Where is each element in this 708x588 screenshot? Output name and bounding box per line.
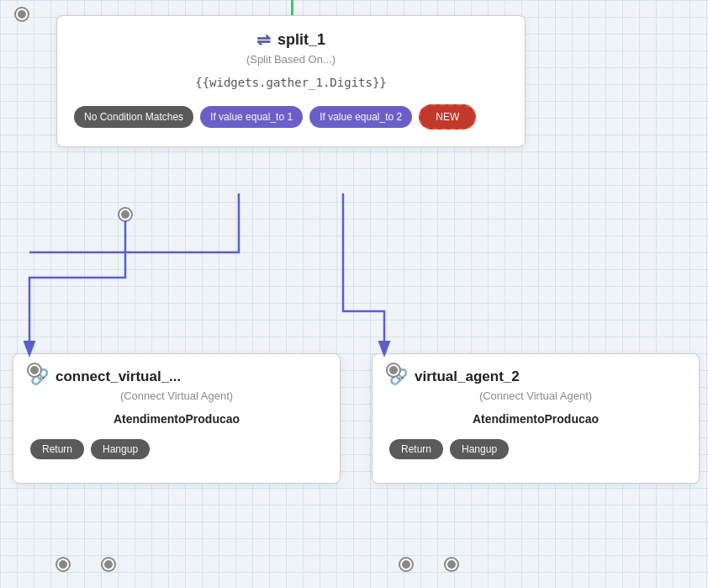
- agent-left-name: AtendimentoProducao: [30, 412, 323, 426]
- agent-left-hangup-btn[interactable]: Hangup: [91, 439, 150, 459]
- agent-right-return-dot: [400, 559, 412, 570]
- branch-equal-1[interactable]: If value equal_to 1: [200, 106, 303, 128]
- agent-left-return-dot: [57, 559, 69, 570]
- agent-right-buttons: Return Hangup: [389, 439, 682, 459]
- branch-equal-2[interactable]: If value equal_to 2: [309, 106, 412, 128]
- agent-left-return-btn[interactable]: Return: [30, 439, 84, 459]
- split-title-row: ⇌ split_1: [74, 29, 508, 50]
- agent-left-buttons: Return Hangup: [30, 439, 323, 459]
- branch-new[interactable]: NEW: [419, 104, 476, 130]
- agent-left-title: connect_virtual_...: [55, 368, 181, 385]
- branch-no-condition[interactable]: No Condition Matches: [74, 106, 193, 128]
- agent-right-hangup-dot: [446, 559, 457, 570]
- split-title: split_1: [277, 31, 325, 49]
- arrow-equal-to-2: [343, 193, 384, 353]
- agent-right-name: AtendimentoProducao: [389, 412, 682, 426]
- split-subtitle: (Split Based On...): [74, 53, 508, 66]
- agent-right-subtitle: (Connect Virtual Agent): [389, 389, 682, 402]
- agent-card-left: 🔗 connect_virtual_... (Connect Virtual A…: [13, 353, 341, 484]
- flow-canvas: ⇌ split_1 (Split Based On...) {{widgets.…: [0, 0, 708, 588]
- arrow-no-condition: [29, 220, 125, 353]
- arrow-equal-to-1-mid: [29, 193, 239, 252]
- agent-left-subtitle: (Connect Virtual Agent): [30, 389, 323, 402]
- agent-right-return-btn[interactable]: Return: [389, 439, 443, 459]
- split-expression: {{widgets.gather_1.Digits}}: [74, 76, 508, 89]
- split-node-card: ⇌ split_1 (Split Based On...) {{widgets.…: [56, 15, 526, 147]
- agent-right-title-row: 🔗 virtual_agent_2: [389, 368, 682, 386]
- split-branches: No Condition Matches If value equal_to 1…: [74, 104, 508, 130]
- agent-card-right: 🔗 virtual_agent_2 (Connect Virtual Agent…: [372, 353, 700, 484]
- split-icon: ⇌: [256, 29, 271, 50]
- agent-left-top-connector: [29, 364, 40, 376]
- agent-left-title-row: 🔗 connect_virtual_...: [30, 368, 323, 386]
- agent-right-title: virtual_agent_2: [415, 368, 520, 385]
- agent-right-top-connector: [388, 364, 399, 376]
- split-top-connector: [16, 8, 28, 20]
- agent-right-hangup-btn[interactable]: Hangup: [450, 439, 509, 459]
- branch-no-condition-dot: [119, 209, 131, 220]
- agent-left-hangup-dot: [103, 559, 114, 570]
